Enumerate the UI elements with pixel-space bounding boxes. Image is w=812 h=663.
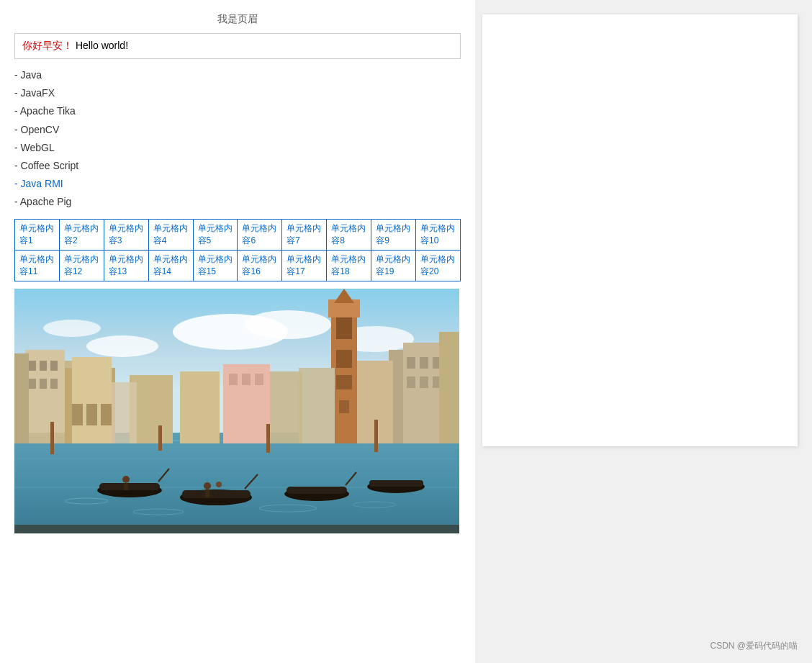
svg-point-55 (122, 476, 130, 483)
svg-rect-18 (29, 379, 36, 389)
hello-text-red: 你好早安！ (22, 40, 73, 51)
svg-rect-22 (72, 357, 112, 443)
svg-rect-15 (29, 361, 36, 371)
svg-rect-29 (420, 357, 428, 369)
table-cell: 单元格内容12 (59, 250, 104, 281)
svg-rect-40 (255, 374, 263, 385)
svg-rect-8 (14, 447, 459, 448)
svg-rect-19 (40, 379, 47, 389)
svg-rect-25 (101, 404, 112, 425)
table-cell: 单元格内容2 (59, 219, 104, 250)
hello-box: 你好早安！ Hello world! (14, 33, 461, 59)
svg-rect-64 (287, 487, 347, 494)
hello-text-black: Hello world! (73, 40, 128, 51)
svg-rect-53 (99, 483, 160, 490)
list-item: - WebGL (14, 139, 461, 157)
table-cell: 单元格内容13 (104, 250, 148, 281)
bottom-credit: CSDN @爱码代码的喵 (710, 640, 798, 652)
svg-rect-9 (14, 458, 459, 459)
svg-rect-31 (407, 376, 415, 388)
svg-rect-34 (439, 332, 459, 443)
svg-rect-10 (14, 472, 459, 473)
svg-rect-56 (124, 483, 128, 490)
list-item: - OpenCV (14, 121, 461, 139)
svg-rect-38 (229, 374, 238, 385)
table-cell: 单元格内容20 (416, 250, 461, 281)
svg-point-60 (204, 482, 211, 490)
svg-rect-73 (158, 425, 162, 451)
svg-rect-51 (270, 371, 302, 443)
svg-rect-44 (336, 317, 352, 339)
table-cell: 单元格内容1 (15, 219, 60, 250)
list-item: - JavaFX (14, 84, 461, 102)
table-cell: 单元格内容6 (238, 219, 282, 250)
svg-rect-24 (86, 404, 97, 425)
svg-rect-67 (369, 480, 423, 487)
list-item: - Apache Tika (14, 102, 461, 120)
data-table: 单元格内容1单元格内容2单元格内容3单元格内容4单元格内容5单元格内容6单元格内… (14, 219, 461, 281)
svg-rect-14 (14, 353, 29, 443)
right-card (482, 14, 798, 446)
table-cell: 单元格内容10 (416, 219, 461, 250)
table-row: 单元格内容1单元格内容2单元格内容3单元格内容4单元格内容5单元格内容6单元格内… (15, 219, 461, 250)
table-cell: 单元格内容5 (193, 219, 238, 250)
svg-point-62 (216, 482, 222, 487)
table-cell: 单元格内容16 (238, 250, 282, 281)
svg-point-3 (86, 335, 158, 357)
svg-rect-17 (50, 361, 58, 371)
list-item-apachepig: - Apache Pig (14, 193, 461, 211)
svg-rect-74 (266, 424, 270, 453)
table-row: 单元格内容11单元格内容12单元格内容13单元格内容14单元格内容15单元格内容… (15, 250, 461, 281)
right-panel: CSDN @爱码代码的喵 (475, 0, 812, 663)
svg-rect-75 (374, 420, 378, 452)
table-cell: 单元格内容8 (327, 219, 371, 250)
svg-rect-46 (336, 375, 352, 389)
svg-rect-16 (40, 361, 47, 371)
svg-rect-36 (180, 371, 220, 443)
svg-point-2 (245, 310, 331, 339)
list-item: - Java (14, 66, 461, 84)
svg-rect-58 (182, 490, 251, 498)
svg-rect-76 (14, 525, 459, 533)
main-content: 我是页眉 你好早安！ Hello world! - Java - JavaFX … (0, 0, 475, 663)
table-cell: 单元格内容18 (327, 250, 371, 281)
svg-rect-32 (420, 376, 428, 388)
table-cell: 单元格内容14 (148, 250, 193, 281)
svg-rect-23 (72, 404, 83, 425)
table-cell: 单元格内容17 (282, 250, 327, 281)
svg-rect-48 (299, 368, 335, 443)
list-item-coffeescript: - Coffee Script (14, 157, 461, 175)
svg-rect-45 (336, 350, 352, 368)
svg-rect-20 (50, 379, 58, 389)
table-cell: 单元格内容3 (104, 219, 148, 250)
table-cell: 单元格内容7 (282, 219, 327, 250)
venice-painting (14, 289, 459, 533)
list-item-javarmi[interactable]: - Java RMI (14, 175, 461, 193)
svg-rect-61 (205, 490, 209, 497)
page-header: 我是页眉 (14, 7, 461, 26)
svg-rect-47 (339, 400, 349, 413)
svg-rect-28 (407, 357, 415, 369)
svg-rect-50 (112, 382, 137, 443)
svg-rect-39 (242, 374, 251, 385)
table-cell: 单元格内容19 (371, 250, 416, 281)
svg-point-5 (43, 320, 101, 337)
table-cell: 单元格内容15 (193, 250, 238, 281)
table-cell: 单元格内容9 (371, 219, 416, 250)
table-cell: 单元格内容4 (148, 219, 193, 250)
list-section: - Java - JavaFX - Apache Tika - OpenCV -… (14, 66, 461, 212)
table-cell: 单元格内容11 (15, 250, 60, 281)
svg-rect-72 (50, 422, 54, 454)
